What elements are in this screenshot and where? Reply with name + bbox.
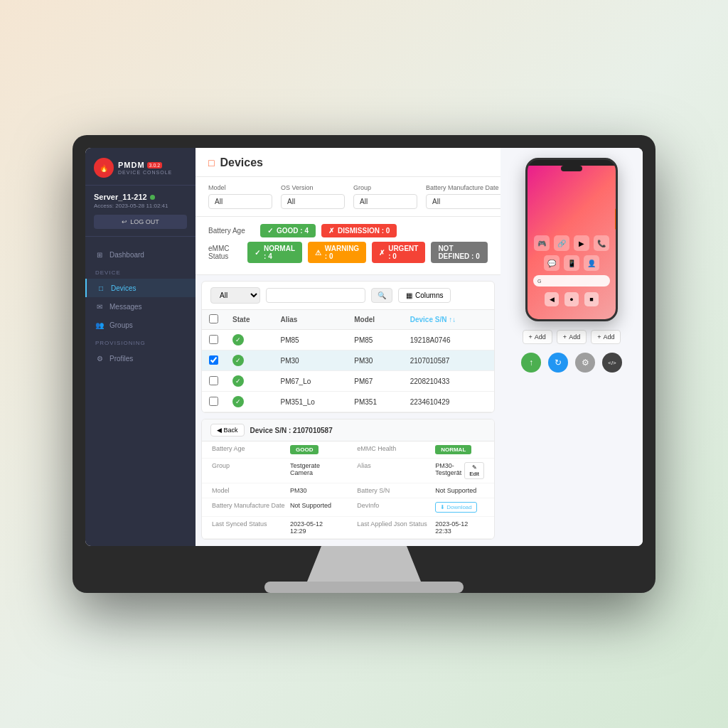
alias-value: PM30-Testgerät (435, 462, 461, 476)
model-filter-select[interactable]: All PM85 PM30 PM67 PM351 (208, 194, 272, 209)
devinfo-download-button[interactable]: ⬇ Download (435, 502, 477, 513)
add-button-3[interactable]: + Add (591, 330, 621, 344)
add-button-2[interactable]: + Add (557, 330, 587, 344)
table-row[interactable]: ✓ PM67_Lo PM67 2208210433 (202, 371, 494, 392)
dock-icon: ◀ (545, 292, 559, 306)
emmc-normal-badge[interactable]: ✓ NORMAL : 4 (247, 242, 302, 263)
table-row[interactable]: ✓ PM30 PM30 2107010587 (202, 350, 494, 371)
cell-model: PM30 (347, 350, 402, 371)
logout-button[interactable]: ↩ LOG OUT (94, 215, 187, 229)
battery-good-badge[interactable]: ✓ GOOD : 4 (260, 224, 316, 237)
profiles-icon: ⚙ (95, 354, 104, 363)
right-panel: 🎮 🔗 ▶ 📞 💬 📱 👤 G ◀ ● ■ (500, 148, 643, 546)
battery-dismission-badge[interactable]: ✗ DISMISSION : 0 (321, 224, 397, 237)
sidebar-item-groups[interactable]: 👥 Groups (85, 316, 196, 334)
icon-action-buttons: ↑ ↻ ⚙ </> (521, 353, 622, 373)
sidebar-item-devices[interactable]: □ Devices (85, 279, 196, 297)
phone-screen: 🎮 🔗 ▶ 📞 💬 📱 👤 G ◀ ● ■ (528, 166, 616, 321)
check-icon: ✓ (255, 249, 260, 257)
server-name: Server_11-212 (94, 193, 187, 201)
table-row[interactable]: ✓ PM85 PM85 19218A0746 (202, 330, 494, 350)
field-label: Group (212, 462, 290, 469)
sidebar-item-profiles[interactable]: ⚙ Profiles (85, 349, 196, 368)
group-filter-select[interactable]: All (353, 194, 417, 209)
row-checkbox[interactable] (209, 335, 218, 344)
field-label: Battery Age (212, 445, 290, 452)
detail-field-battery-mfg: Battery Manufacture Date Not Supported (202, 498, 347, 517)
x-icon: ✗ (379, 249, 385, 257)
cell-alias: PM85 (273, 330, 347, 350)
back-button[interactable]: ◀ Back (210, 424, 245, 437)
sidebar: 🔥 PMDM 3.0.2 DEVICE CONSOLE Server_11-21… (85, 148, 196, 546)
cell-sn: 2107010587 (403, 350, 494, 371)
sidebar-nav: ⊞ Dashboard DEVICE □ Devices ✉ Messages … (85, 237, 196, 546)
app-icon: 💬 (544, 255, 560, 271)
header-alias: Alias (273, 310, 347, 330)
dock-icon: ● (564, 292, 579, 306)
battery-date-filter-select[interactable]: All (426, 194, 500, 209)
device-preview: 🎮 🔗 ▶ 📞 💬 📱 👤 G ◀ ● ■ (525, 158, 618, 321)
phone-side-button (615, 208, 618, 230)
dashboard-icon: ⊞ (95, 250, 104, 259)
detail-field-battery-age: Battery Age GOOD (202, 441, 347, 459)
search-input[interactable] (266, 288, 365, 303)
emmc-urgent-badge[interactable]: ✗ URGENT : 0 (372, 242, 425, 263)
os-filter-label: OS Version (281, 184, 345, 191)
table-toolbar: All 🔍 ▦ Columns (202, 282, 494, 310)
app-subtitle: DEVICE CONSOLE (118, 170, 172, 175)
row-checkbox[interactable] (209, 376, 218, 385)
row-checkbox[interactable] (209, 355, 218, 365)
code-button[interactable]: </> (602, 353, 622, 373)
sidebar-item-label: Devices (111, 284, 136, 292)
table-row[interactable]: ✓ PM351_Lo PM351 2234610429 (202, 392, 494, 412)
cell-alias: PM351_Lo (273, 392, 347, 412)
sidebar-item-dashboard[interactable]: ⊞ Dashboard (85, 245, 196, 264)
refresh-button[interactable]: ↻ (548, 353, 568, 373)
cell-sn: 2234610429 (403, 392, 494, 412)
sidebar-item-label: Profiles (109, 355, 133, 363)
cell-model: PM351 (347, 392, 402, 412)
emmc-health-value: NORMAL (435, 445, 471, 454)
app-icon: 🎮 (534, 235, 550, 251)
field-label: Battery Manufacture Date (212, 502, 290, 509)
cell-sn: 19218A0746 (403, 330, 494, 350)
header-state: State (225, 310, 273, 330)
page-header: □ Devices (196, 148, 500, 177)
search-button[interactable]: 🔍 (371, 288, 392, 303)
cell-sn: 2208210433 (403, 371, 494, 392)
field-label: eMMC Health (357, 445, 435, 452)
emmc-notdefined-badge[interactable]: NOT DEFINED : 0 (431, 242, 488, 263)
emmc-warning-badge[interactable]: ⚠ WARNING : 0 (308, 242, 366, 263)
columns-button[interactable]: ▦ Columns (398, 288, 451, 303)
header-model: Model (347, 310, 402, 330)
check-icon: ✓ (267, 227, 273, 235)
upload-button[interactable]: ↑ (521, 353, 541, 373)
alias-edit-button[interactable]: ✎ Edit (464, 462, 484, 479)
select-all-checkbox[interactable] (209, 314, 218, 323)
app-title: PMDM (118, 161, 145, 169)
row-checkbox[interactable] (209, 397, 218, 406)
page-icon: □ (208, 157, 214, 168)
download-icon: ⬇ (440, 504, 445, 510)
header-sn[interactable]: Device S/N ↑↓ (403, 310, 494, 330)
field-label: Last Applied Json Status (357, 520, 435, 528)
settings-button[interactable]: ⚙ (575, 353, 595, 373)
model-value: PM30 (290, 487, 307, 494)
badge-label: WARNING : 0 (325, 245, 359, 260)
nav-section-device: DEVICE (85, 264, 196, 279)
add-button-1[interactable]: + Add (523, 330, 552, 344)
nav-section-provisioning: PROVISIONING (85, 334, 196, 349)
table-filter-select[interactable]: All (210, 287, 260, 304)
emmc-status-label: eMMC Status (208, 245, 242, 260)
app-icon: 📞 (594, 235, 609, 251)
server-access: Access: 2023-05-28 11:02:41 (94, 203, 187, 209)
sidebar-item-messages[interactable]: ✉ Messages (85, 297, 196, 316)
detail-fields-grid: Battery Age GOOD eMMC Health NORMAL Grou… (202, 441, 494, 539)
app-icon: 🔗 (554, 235, 569, 251)
phone-app-icons: 🎮 🔗 ▶ 📞 💬 📱 👤 (528, 235, 616, 271)
field-label: Last Synced Status (212, 520, 290, 528)
back-icon: ◀ (217, 427, 222, 434)
os-filter-select[interactable]: All (281, 194, 345, 209)
upload-icon: ↑ (529, 358, 533, 368)
battery-date-filter-label: Battery Manufacture Date (426, 184, 500, 191)
